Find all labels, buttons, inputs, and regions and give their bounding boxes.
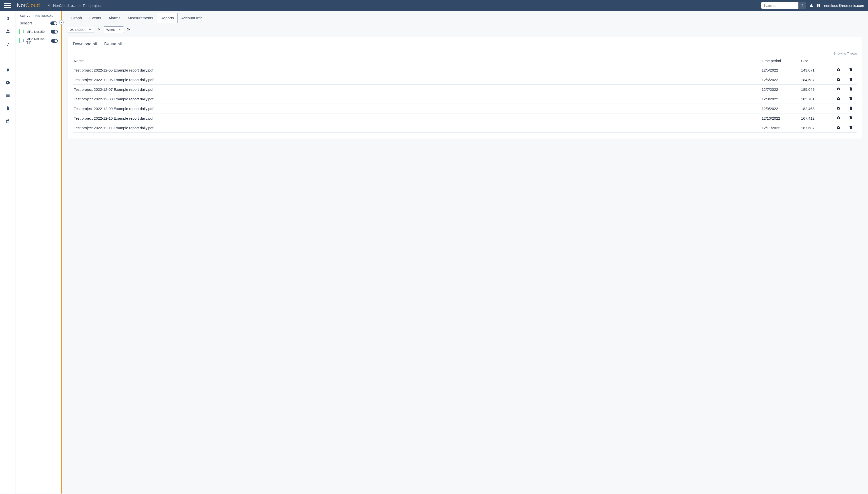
table-row: Test project 2022-12-06 Example report d… [73,75,857,84]
tab-graph[interactable]: Graph [68,13,86,23]
download-row-button[interactable] [832,104,845,113]
calendar-icon[interactable] [6,119,10,123]
bell-icon[interactable] [6,68,10,72]
help-icon[interactable] [816,3,820,8]
download-row-button[interactable] [832,75,845,84]
cell-name: Test project 2022-12-07 Example report d… [73,84,761,94]
sensor-icon[interactable] [6,42,10,46]
delete-row-button[interactable] [845,94,857,104]
alert-icon[interactable] [809,3,813,8]
cell-time: 12/10/2022 [761,113,800,123]
download-row-button[interactable] [832,113,845,123]
file-icon[interactable] [6,106,10,111]
download-all-button[interactable]: Download all [73,42,97,46]
menu-toggle-button[interactable] [4,3,11,8]
breadcrumb-org[interactable]: NorCloud te… [53,3,76,8]
sensor-label: MP2-Nor145-TIP [26,37,50,44]
reports-table: Name Time period Size Test project 2022-… [73,57,857,133]
cell-name: Test project 2022-12-10 Example report d… [73,113,761,123]
sidebar-collapse-button[interactable] [59,20,64,25]
sensors-master-toggle[interactable] [50,21,57,25]
period-select[interactable]: Week [104,26,124,33]
search-box [761,2,806,9]
content-area: Graph Events Alarms Measurements Reports… [62,11,868,494]
delete-row-button[interactable] [845,84,857,94]
compass-icon[interactable] [6,80,10,85]
cell-time: 12/6/2022 [761,75,800,84]
calendar-small-icon [89,28,92,32]
tab-account-info[interactable]: Account Info [178,13,206,23]
breadcrumb-separator: > [78,3,81,8]
sidebar-tab-active[interactable]: ACTIVE [20,14,30,18]
plus-icon[interactable] [6,132,10,136]
chevron-double-right-icon [126,27,131,32]
sidebar-tab-historical[interactable]: HISTORICAL [35,14,53,18]
sensors-sidebar: ACTIVE HISTORICAL Sensors MP1-Nor150 MP2… [16,11,62,494]
sensor-toggle[interactable] [51,30,58,34]
cell-size: 167,687 [800,123,832,133]
icon-rail [0,11,16,494]
brand-suffix: Cloud [25,2,39,8]
cell-time: 12/5/2022 [761,65,800,75]
chevron-double-left-icon [97,27,101,32]
date-input[interactable]: 05/12/2022 [68,27,94,33]
cell-name: Test project 2022-12-05 Example report d… [73,65,761,75]
delete-row-button[interactable] [845,65,857,75]
list-icon[interactable] [6,93,10,98]
sensor-status-bar [19,29,20,34]
table-row: Test project 2022-12-08 Example report d… [73,94,857,104]
search-button[interactable] [798,2,806,9]
brand-logo: NorCloud [17,2,40,8]
prev-period-button[interactable] [97,27,101,32]
delete-row-button[interactable] [845,75,857,84]
delete-row-button[interactable] [845,123,857,133]
download-row-button[interactable] [832,84,845,94]
gear-icon[interactable] [6,16,10,21]
download-row-button[interactable] [832,123,845,133]
table-row: Test project 2022-12-11 Example report d… [73,123,857,133]
sidebar-tabs: ACTIVE HISTORICAL [18,13,59,20]
user-email[interactable]: norcloud@norsonic.com [824,3,864,8]
col-size[interactable]: Size [800,57,832,65]
table-row: Test project 2022-12-05 Example report d… [73,65,857,75]
brand-prefix: Nor [17,2,25,8]
delete-all-button[interactable]: Delete all [104,42,122,46]
cell-size: 143,071 [800,65,832,75]
col-time[interactable]: Time period [761,57,800,65]
cell-name: Test project 2022-12-09 Example report d… [73,104,761,113]
search-input[interactable] [761,2,798,9]
tab-reports[interactable]: Reports [157,13,178,23]
tab-measurements[interactable]: Measurements [124,13,157,23]
download-row-button[interactable] [832,94,845,104]
period-label: Week [106,28,115,32]
delete-row-button[interactable] [845,104,857,113]
download-row-button[interactable] [832,65,845,75]
cell-time: 12/9/2022 [761,104,800,113]
cell-size: 184,587 [800,75,832,84]
sensor-item[interactable]: MP1-Nor150 [18,27,59,36]
cell-size: 185,049 [800,84,832,94]
tab-alarms[interactable]: Alarms [105,13,124,23]
delete-row-button[interactable] [845,113,857,123]
sensor-device-icon [21,30,25,34]
exclamation-icon[interactable] [6,55,10,59]
sensor-toggle[interactable] [51,39,58,43]
card-actions: Download all Delete all [73,42,857,46]
reports-card: Download all Delete all Showing 7 rows N… [68,37,862,139]
next-period-button[interactable] [126,27,131,32]
date-controls: 05/12/2022 Week [68,26,862,33]
user-icon[interactable] [6,29,10,34]
cell-size: 183,781 [800,94,832,104]
sensor-item[interactable]: MP2-Nor145-TIP [18,36,59,46]
table-row: Test project 2022-12-07 Example report d… [73,84,857,94]
cell-time: 12/7/2022 [761,84,800,94]
chevron-down-icon [118,28,121,31]
header-icons [809,3,820,8]
col-name[interactable]: Name [73,57,761,65]
breadcrumb-project[interactable]: Test project [83,3,102,8]
tab-events[interactable]: Events [86,13,105,23]
date-rest: 12/2022 [75,28,87,32]
sensors-header-row: Sensors [18,20,59,27]
search-icon [800,4,804,7]
breadcrumb-back-icon[interactable] [47,3,51,8]
